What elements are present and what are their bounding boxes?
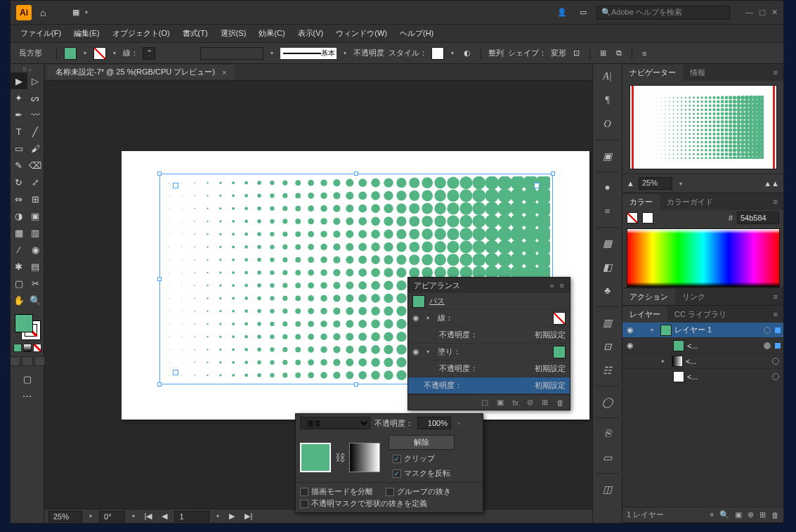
search-layer-icon[interactable]: 🔍 [719,510,729,519]
add-fill-icon[interactable]: ▣ [497,398,504,407]
appearance-panel-icon[interactable]: ◯ [599,394,616,410]
release-mask-button[interactable]: 解除 [389,435,455,450]
isolate-icon[interactable]: ⊡ [570,48,582,58]
rectangle-tool-icon[interactable]: ▭ [11,140,27,157]
panel-menu-icon[interactable]: ≡ [560,281,564,290]
user-icon[interactable]: 👤 [554,8,570,17]
paragraph-panel-icon[interactable]: ¶ [599,92,616,109]
blend-mode-select[interactable]: 通常 [300,417,370,429]
blend-tool-icon[interactable]: ◉ [27,241,44,258]
anchor-point-icon[interactable] [173,183,178,188]
type-tool-icon[interactable]: T [11,123,27,140]
home-icon[interactable]: ⌂ [40,7,46,18]
opacity-row-label[interactable]: 不透明度： [424,380,462,391]
panel-menu-icon[interactable]: ≡ [768,68,783,77]
symbols-panel-icon[interactable]: ♣ [599,283,616,299]
path-label[interactable]: パス [429,296,445,306]
tab-close-icon[interactable]: × [222,68,226,77]
color-spectrum[interactable] [627,228,780,287]
duplicate-icon[interactable]: ⊞ [542,398,548,407]
pathfinder-panel-icon[interactable]: ▣ [599,148,616,164]
scale-tool-icon[interactable]: ⤢ [27,174,44,190]
menu-help[interactable]: ヘルプ(H) [394,25,439,41]
screen-mode-icon[interactable]: ▢ [19,370,36,387]
next-icon[interactable]: ▶ [226,512,237,521]
swatches-panel-icon[interactable]: ▦ [599,235,616,252]
lasso-tool-icon[interactable]: ᔕ [27,89,44,106]
menu-file[interactable]: ファイル(F) [15,25,67,41]
slice-tool-icon[interactable]: ✂ [27,275,44,292]
tab-actions[interactable]: アクション [622,289,675,305]
perspective-tool-icon[interactable]: ▣ [27,207,44,224]
transparency-panel-icon[interactable]: ◫ [599,481,616,498]
artwork-thumb[interactable] [300,443,331,472]
transform-panel-icon[interactable]: ⊡ [599,338,616,355]
eyedropper-tool-icon[interactable]: ⁄ [11,241,27,258]
panel-menu-icon[interactable]: ≡ [768,197,783,206]
artboards-panel-icon[interactable]: ▭ [599,449,616,466]
disclosure-icon[interactable]: ▾ [651,327,658,333]
opentype-panel-icon[interactable]: O [599,116,616,133]
fill-value-swatch[interactable] [553,346,566,358]
fill-swatch[interactable] [64,47,77,60]
opacity-stepper-icon[interactable]: › [455,420,463,427]
new-sublayer-icon[interactable]: ⊕ [748,510,754,519]
tab-info[interactable]: 情報 [683,65,712,81]
help-search-input[interactable]: 🔍 Adobe ヘルプを検索 [596,6,730,20]
none-swatch-icon[interactable] [627,212,638,223]
tab-navigator[interactable]: ナビゲーター [622,65,683,81]
visibility-icon[interactable]: ◉ [625,325,635,335]
disclosure-icon[interactable]: ▾ [426,349,433,355]
menu-type[interactable]: 書式(T) [177,25,214,41]
zoom-out-icon[interactable]: ▲ [627,179,634,188]
line-tool-icon[interactable]: ╱ [27,123,44,140]
properties-panel-icon[interactable]: ☷ [599,362,616,379]
target-icon[interactable] [772,373,779,380]
gradient-mode-icon[interactable] [23,344,32,352]
opacity-input[interactable] [417,417,451,429]
transform-label[interactable]: 変形 [551,48,566,58]
none-mode-icon[interactable] [33,344,41,352]
anchor-point-icon[interactable] [534,183,540,188]
magic-wand-tool-icon[interactable]: ✦ [11,89,27,106]
direct-selection-tool-icon[interactable]: ▷ [27,72,44,89]
clip-mask-icon[interactable]: ▣ [735,510,742,519]
shape-props-label[interactable]: シェイプ： [508,48,547,58]
shape-builder-tool-icon[interactable]: ◑ [11,207,27,224]
color-mode-icon[interactable] [13,344,22,352]
panel-menu-icon[interactable]: ≡ [768,310,783,318]
draw-normal-icon[interactable] [11,356,20,366]
knockout-checkbox[interactable] [386,488,394,496]
character-panel-icon[interactable]: A| [599,68,616,85]
prev-artboard-icon[interactable]: |◀ [142,512,155,521]
workspace-switcher[interactable]: ▦ ▾ [72,8,91,17]
layer-row[interactable]: ▸ <... [622,353,783,369]
mesh-tool-icon[interactable]: ▦ [11,224,27,241]
close-icon[interactable]: ✕ [771,8,778,17]
artboard-tool-icon[interactable]: ▢ [11,275,27,292]
layer-row[interactable]: ◉ ▾ レイヤー 1 [622,323,783,338]
zoom-tool-icon[interactable]: 🔍 [27,292,44,309]
curvature-tool-icon[interactable]: 〰 [27,106,44,123]
stroke-panel-icon[interactable]: ≡ [599,203,616,220]
zoom-in-icon[interactable]: ▲▲ [764,179,779,188]
tab-cc-libraries[interactable]: CC ライブラリ [667,306,733,323]
document-tab[interactable]: 名称未設定-7* @ 25 %(RGB/CPU プレビュー) × [47,65,235,79]
stroke-value-swatch[interactable] [553,312,566,325]
asset-export-panel-icon[interactable]: ⎘ [599,425,616,442]
toolbox-handle-icon[interactable]: ⠿ » [11,67,44,72]
tab-color-guide[interactable]: カラーガイド [660,194,720,210]
hand-tool-icon[interactable]: ✋ [11,292,27,309]
invert-checkbox[interactable]: ✓ [393,469,401,478]
mask-thumb[interactable] [349,443,380,472]
white-swatch-icon[interactable] [642,212,653,223]
visibility-icon[interactable]: ◉ [412,347,422,356]
opacity-row-label[interactable]: 不透明度： [439,330,478,340]
panel-menu-icon[interactable]: ≡ [768,292,783,301]
stroke-weight-input[interactable]: ⌃ [143,47,155,60]
opacity-value[interactable]: 初期設定 [535,330,566,340]
fill-color-icon[interactable] [15,314,33,332]
define-shape-checkbox[interactable] [300,500,308,508]
opacity-value[interactable]: 初期設定 [535,380,566,391]
new-layer-icon[interactable]: ⊞ [759,510,766,519]
